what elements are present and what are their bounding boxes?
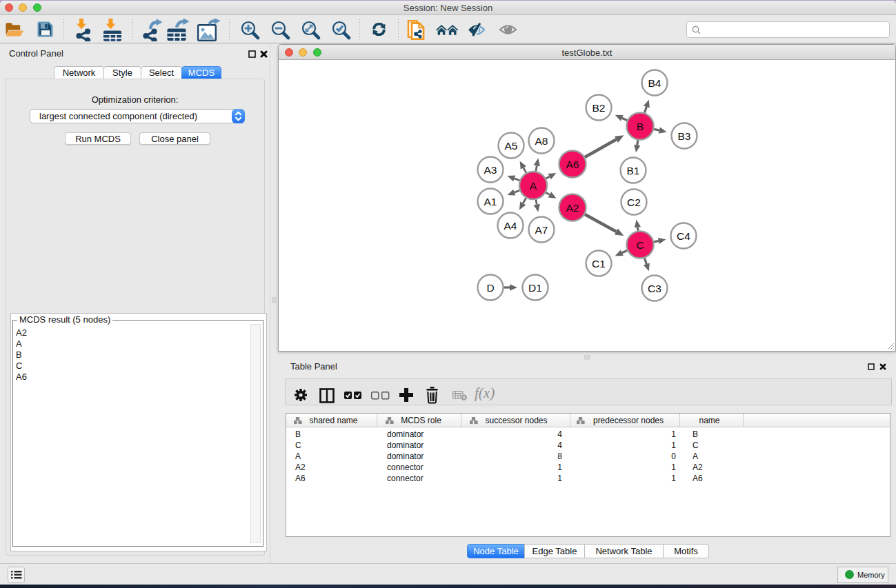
svg-text:A: A <box>530 180 537 192</box>
svg-text:A1: A1 <box>484 196 497 207</box>
svg-text:C3: C3 <box>648 283 661 294</box>
svg-text:A2: A2 <box>566 202 579 214</box>
svg-text:C4: C4 <box>677 230 690 242</box>
svg-text:B: B <box>637 121 644 132</box>
svg-text:A7: A7 <box>535 224 548 236</box>
svg-text:B4: B4 <box>648 77 661 89</box>
svg-text:B1: B1 <box>627 165 640 176</box>
svg-text:B3: B3 <box>678 130 691 142</box>
svg-text:C2: C2 <box>627 196 641 208</box>
svg-text:C: C <box>636 239 644 251</box>
svg-text:A8: A8 <box>535 135 548 147</box>
svg-text:B2: B2 <box>593 102 606 114</box>
svg-text:A4: A4 <box>504 220 517 232</box>
svg-text:A5: A5 <box>505 140 518 152</box>
svg-text:C1: C1 <box>592 258 606 270</box>
svg-text:D: D <box>486 282 494 294</box>
svg-text:D1: D1 <box>528 282 542 294</box>
svg-text:A3: A3 <box>484 164 497 176</box>
svg-text:A6: A6 <box>566 159 579 170</box>
